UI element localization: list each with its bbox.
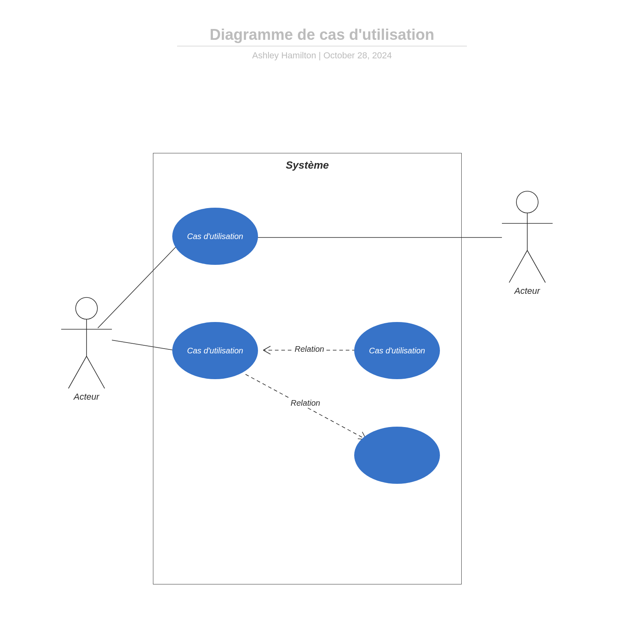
connector-layer	[0, 0, 644, 644]
usecase-3-label: Cas d'utilisation	[365, 346, 429, 356]
svg-point-0	[76, 297, 97, 319]
usecase-2[interactable]: Cas d'utilisation	[172, 322, 258, 379]
svg-point-5	[516, 191, 538, 213]
actor-right-label: Acteur	[514, 286, 540, 296]
usecase-1-label: Cas d'utilisation	[183, 231, 247, 242]
svg-line-8	[509, 250, 527, 283]
diagram-canvas: Système	[0, 0, 644, 644]
actor-left-icon[interactable]	[61, 297, 112, 388]
usecase-3[interactable]: Cas d'utilisation	[354, 322, 440, 379]
svg-line-9	[527, 250, 545, 283]
svg-line-3	[68, 356, 87, 388]
svg-line-11	[263, 350, 270, 354]
svg-line-10	[263, 346, 270, 350]
usecase-1[interactable]: Cas d'utilisation	[172, 208, 258, 265]
usecase-4[interactable]	[354, 427, 440, 484]
relation-2-label: Relation	[289, 398, 322, 408]
connector-actor-left-uc2[interactable]	[112, 340, 174, 350]
svg-line-4	[87, 356, 105, 388]
actor-left-label: Acteur	[74, 392, 99, 402]
actor-right-icon[interactable]	[502, 191, 553, 283]
relation-1-label: Relation	[293, 345, 326, 354]
connector-actor-left-uc1[interactable]	[98, 244, 179, 328]
usecase-2-label: Cas d'utilisation	[183, 346, 247, 356]
